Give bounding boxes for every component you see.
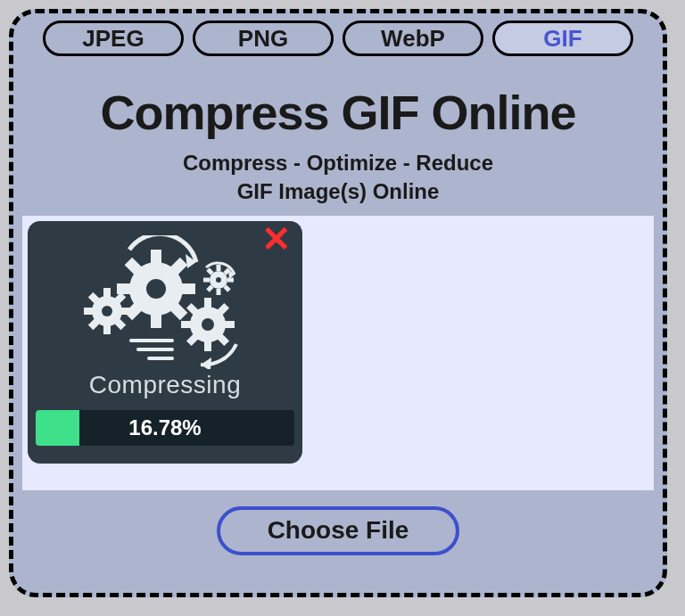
svg-rect-24: [204, 341, 211, 351]
subtitle-line-1: Compress - Optimize - Reduce: [183, 151, 493, 175]
subtitle-line-2: GIF Image(s) Online: [237, 179, 440, 203]
svg-point-12: [102, 306, 112, 316]
compressing-label: Compressing: [89, 371, 241, 399]
svg-rect-34: [217, 289, 221, 295]
svg-rect-5: [117, 283, 131, 294]
gears-icon: [67, 235, 263, 369]
svg-rect-13: [103, 288, 111, 297]
tab-jpeg[interactable]: JPEG: [43, 21, 184, 56]
svg-rect-15: [84, 308, 93, 315]
svg-point-22: [202, 318, 214, 331]
svg-rect-36: [227, 277, 234, 282]
tab-gif[interactable]: GIF: [492, 21, 633, 56]
page-title: Compress GIF Online: [13, 85, 663, 140]
progress-text: 16.78%: [36, 410, 294, 446]
svg-rect-26: [224, 321, 235, 328]
file-dropzone[interactable]: ✕: [22, 216, 654, 490]
svg-rect-3: [151, 250, 161, 264]
svg-rect-23: [204, 298, 211, 308]
svg-point-2: [146, 279, 166, 299]
tab-png[interactable]: PNG: [193, 21, 334, 56]
svg-rect-16: [121, 308, 130, 315]
svg-point-32: [216, 277, 221, 283]
svg-rect-4: [151, 314, 161, 328]
tab-webp[interactable]: WebP: [342, 21, 483, 56]
page-subtitle: Compress - Optimize - Reduce GIF Image(s…: [13, 149, 663, 207]
svg-rect-25: [181, 321, 192, 328]
progress-bar: 16.78%: [36, 410, 294, 446]
compressing-card: ✕: [28, 221, 302, 464]
choose-file-button[interactable]: Choose File: [217, 506, 459, 555]
svg-rect-6: [181, 283, 195, 294]
close-icon[interactable]: ✕: [261, 221, 292, 257]
svg-rect-14: [103, 325, 111, 334]
format-tabs: JPEG PNG WebP GIF: [13, 21, 663, 56]
svg-rect-33: [217, 265, 221, 271]
svg-rect-35: [203, 277, 210, 282]
main-panel: JPEG PNG WebP GIF Compress GIF Online Co…: [9, 9, 667, 597]
